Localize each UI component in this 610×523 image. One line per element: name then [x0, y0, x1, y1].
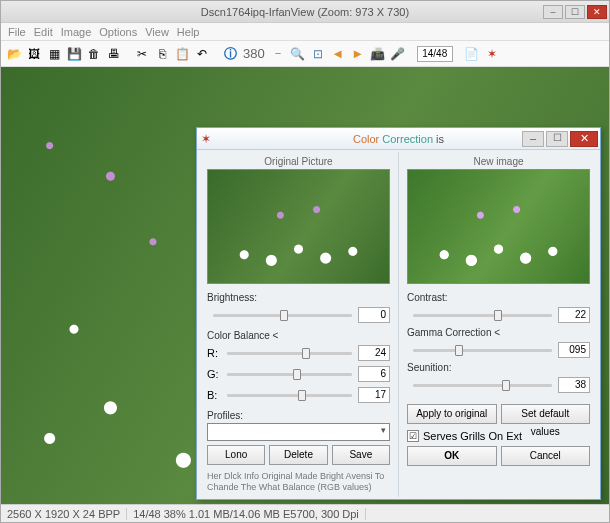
window-min-button[interactable]: – [543, 5, 563, 19]
delete-button[interactable]: Delete [269, 445, 327, 465]
saturation-value[interactable]: 38 [558, 377, 590, 393]
apply-button[interactable]: Apply to original [407, 404, 497, 424]
save-exit-checkbox[interactable]: ☑ [407, 430, 419, 442]
contrast-slider[interactable] [413, 314, 552, 317]
statusbar: 2560 X 1920 X 24 BPP 14/48 38% 1.01 MB/1… [1, 504, 609, 522]
dialog-titlebar: ✶ Color Correction is – ☐ ✕ [197, 128, 600, 150]
new-preview [407, 169, 590, 284]
zoom-out-icon[interactable]: － [269, 45, 287, 63]
window-close-button[interactable]: ✕ [587, 5, 607, 19]
brightness-label: Brightness: [207, 292, 390, 303]
dialog-min-button[interactable]: – [522, 131, 544, 147]
saturation-label: Seunition: [407, 362, 590, 373]
paste-icon[interactable]: 📋 [173, 45, 191, 63]
original-preview [207, 169, 390, 284]
defaults-button[interactable]: Set default values [501, 404, 591, 424]
b-slider[interactable] [227, 394, 352, 397]
gamma-label: Gamma Correction < [407, 327, 590, 338]
mic-icon[interactable]: 🎤 [389, 45, 407, 63]
delete-icon[interactable]: 🗑 [85, 45, 103, 63]
slideshow-icon[interactable]: ▦ [45, 45, 63, 63]
dialog-title-b: Correction [382, 133, 433, 145]
brightness-value[interactable]: 0 [358, 307, 390, 323]
r-slider[interactable] [227, 352, 352, 355]
ok-button[interactable]: OK [407, 446, 497, 466]
main-window: Dscn1764ipq-IrfanView (Zoom: 973 X 730) … [0, 0, 610, 523]
menubar: File Edit Image Options View Help [1, 23, 609, 41]
window-title: Dscn1764ipq-IrfanView (Zoom: 973 X 730) [201, 6, 409, 18]
original-header: Original Picture [207, 156, 390, 167]
saturation-slider[interactable] [413, 384, 552, 387]
cancel-button[interactable]: Cancel [501, 446, 591, 466]
gamma-slider[interactable] [413, 349, 552, 352]
zoom-value: 380 [243, 46, 265, 61]
app-icon[interactable]: ✶ [483, 45, 501, 63]
brightness-slider[interactable] [213, 314, 352, 317]
status-dims: 2560 X 1920 X 24 BPP [1, 508, 127, 520]
gamma-value[interactable]: 095 [558, 342, 590, 358]
profiles-label: Profiles: [207, 410, 390, 421]
profiles-combo[interactable] [207, 423, 390, 441]
open-icon[interactable]: 📂 [5, 45, 23, 63]
r-value[interactable]: 24 [358, 345, 390, 361]
menu-help[interactable]: Help [174, 26, 203, 38]
r-label: R: [207, 347, 221, 359]
b-value[interactable]: 17 [358, 387, 390, 403]
dialog-left-panel: Original Picture Brightness: 0 Color Bal… [199, 152, 399, 497]
zoom-fit-icon[interactable]: ⊡ [309, 45, 327, 63]
save-exit-label: Serves Grills On Ext [423, 430, 522, 442]
hint-text: Her Dlck Info Original Made Bright Avens… [207, 471, 390, 493]
save-icon[interactable]: 💾 [65, 45, 83, 63]
toolbar: 📂 🖼 ▦ 💾 🗑 🖶 ✂ ⎘ 📋 ↶ ⓘ 380 － 🔍 ⊡ ◄ ► 📠 🎤 … [1, 41, 609, 67]
color-balance-label: Color Balance < [207, 330, 390, 341]
dialog-app-icon: ✶ [201, 132, 211, 146]
zoom-in-icon[interactable]: 🔍 [289, 45, 307, 63]
new-header: New image [407, 156, 590, 167]
settings-icon[interactable]: 📄 [463, 45, 481, 63]
dialog-max-button[interactable]: ☐ [546, 131, 568, 147]
menu-edit[interactable]: Edit [31, 26, 56, 38]
color-correction-dialog: ✶ Color Correction is – ☐ ✕ Original Pic… [196, 127, 601, 500]
load-button[interactable]: Lono [207, 445, 265, 465]
titlebar: Dscn1764ipq-IrfanView (Zoom: 973 X 730) … [1, 1, 609, 23]
contrast-label: Contrast: [407, 292, 590, 303]
thumbs-icon[interactable]: 🖼 [25, 45, 43, 63]
menu-view[interactable]: View [142, 26, 172, 38]
window-max-button[interactable]: ☐ [565, 5, 585, 19]
page-indicator: 14/48 [417, 46, 453, 62]
save-profile-button[interactable]: Save [332, 445, 390, 465]
dialog-title-c: is [436, 133, 444, 145]
scan-icon[interactable]: 📠 [369, 45, 387, 63]
menu-options[interactable]: Options [96, 26, 140, 38]
menu-file[interactable]: File [5, 26, 29, 38]
dialog-title-a: Color [353, 133, 379, 145]
cut-icon[interactable]: ✂ [133, 45, 151, 63]
menu-image[interactable]: Image [58, 26, 95, 38]
g-label: G: [207, 368, 221, 380]
copy-icon[interactable]: ⎘ [153, 45, 171, 63]
next-icon[interactable]: ► [349, 45, 367, 63]
b-label: B: [207, 389, 221, 401]
g-value[interactable]: 6 [358, 366, 390, 382]
dialog-close-button[interactable]: ✕ [570, 131, 598, 147]
contrast-value[interactable]: 22 [558, 307, 590, 323]
print-icon[interactable]: 🖶 [105, 45, 123, 63]
undo-icon[interactable]: ↶ [193, 45, 211, 63]
image-canvas: ✶ Color Correction is – ☐ ✕ Original Pic… [1, 67, 609, 504]
prev-icon[interactable]: ◄ [329, 45, 347, 63]
info-icon[interactable]: ⓘ [221, 45, 239, 63]
dialog-right-panel: New image Contrast: 22 Gamma Correction … [399, 152, 598, 497]
g-slider[interactable] [227, 373, 352, 376]
status-info: 14/48 38% 1.01 MB/14.06 MB E5700, 300 Dp… [127, 508, 366, 520]
